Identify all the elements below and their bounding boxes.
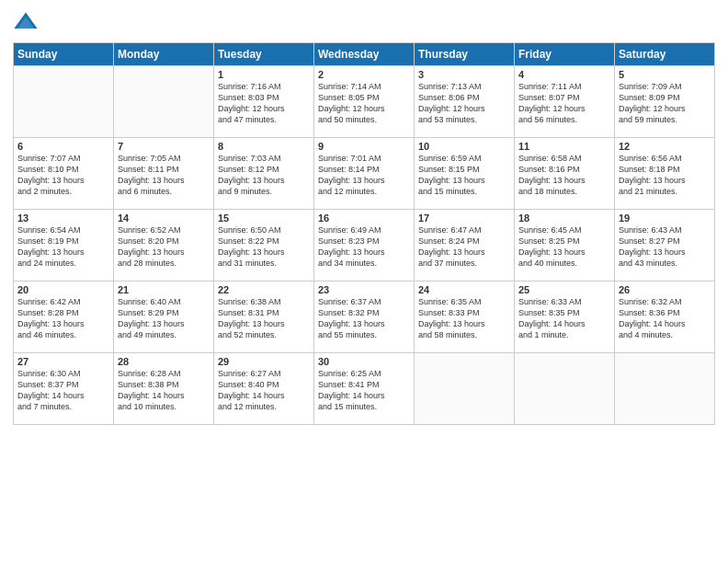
day-number: 18 [518, 213, 610, 224]
calendar-cell: 6Sunrise: 7:07 AM Sunset: 8:10 PM Daylig… [14, 138, 114, 210]
calendar-header-thursday: Thursday [415, 43, 515, 66]
calendar-header-friday: Friday [515, 43, 615, 66]
day-number: 14 [118, 213, 210, 224]
calendar-week-5: 27Sunrise: 6:30 AM Sunset: 8:37 PM Dayli… [14, 353, 715, 425]
day-number: 2 [318, 69, 410, 80]
calendar-cell: 7Sunrise: 7:05 AM Sunset: 8:11 PM Daylig… [114, 138, 214, 210]
calendar-cell: 22Sunrise: 6:38 AM Sunset: 8:31 PM Dayli… [214, 282, 314, 353]
day-info: Sunrise: 7:07 AM Sunset: 8:10 PM Dayligh… [17, 153, 109, 198]
day-info: Sunrise: 6:37 AM Sunset: 8:32 PM Dayligh… [318, 296, 410, 341]
day-number: 9 [318, 141, 410, 152]
calendar-week-1: 1Sunrise: 7:16 AM Sunset: 8:03 PM Daylig… [14, 66, 715, 138]
calendar-cell: 21Sunrise: 6:40 AM Sunset: 8:29 PM Dayli… [114, 282, 214, 353]
day-info: Sunrise: 6:58 AM Sunset: 8:16 PM Dayligh… [518, 153, 610, 198]
day-info: Sunrise: 6:30 AM Sunset: 8:37 PM Dayligh… [17, 368, 109, 413]
day-info: Sunrise: 6:38 AM Sunset: 8:31 PM Dayligh… [218, 296, 310, 341]
day-number: 8 [218, 141, 310, 152]
day-number: 16 [318, 213, 410, 224]
calendar-cell [515, 353, 615, 425]
day-info: Sunrise: 7:03 AM Sunset: 8:12 PM Dayligh… [218, 153, 310, 198]
calendar-cell: 19Sunrise: 6:43 AM Sunset: 8:27 PM Dayli… [615, 210, 715, 282]
calendar-cell: 4Sunrise: 7:11 AM Sunset: 8:07 PM Daylig… [515, 66, 615, 138]
day-info: Sunrise: 7:13 AM Sunset: 8:06 PM Dayligh… [418, 81, 510, 126]
day-number: 27 [17, 356, 109, 367]
day-number: 17 [418, 213, 510, 224]
day-info: Sunrise: 6:54 AM Sunset: 8:19 PM Dayligh… [17, 224, 109, 270]
day-number: 13 [17, 213, 109, 224]
calendar-cell: 14Sunrise: 6:52 AM Sunset: 8:20 PM Dayli… [114, 210, 214, 282]
logo [13, 9, 40, 35]
calendar-header-row: SundayMondayTuesdayWednesdayThursdayFrid… [14, 43, 715, 66]
day-info: Sunrise: 6:40 AM Sunset: 8:29 PM Dayligh… [118, 296, 210, 341]
day-info: Sunrise: 6:59 AM Sunset: 8:15 PM Dayligh… [418, 153, 510, 198]
day-number: 6 [17, 141, 109, 152]
day-number: 23 [318, 284, 410, 295]
calendar-header-saturday: Saturday [615, 43, 715, 66]
calendar-header-sunday: Sunday [14, 43, 114, 66]
calendar-cell: 30Sunrise: 6:25 AM Sunset: 8:41 PM Dayli… [314, 353, 415, 425]
calendar-header-monday: Monday [114, 43, 214, 66]
calendar-cell: 9Sunrise: 7:01 AM Sunset: 8:14 PM Daylig… [314, 138, 415, 210]
calendar-cell: 15Sunrise: 6:50 AM Sunset: 8:22 PM Dayli… [214, 210, 314, 282]
day-number: 4 [518, 69, 610, 80]
calendar-cell [14, 66, 114, 138]
day-info: Sunrise: 7:14 AM Sunset: 8:05 PM Dayligh… [318, 81, 410, 126]
day-number: 5 [619, 69, 711, 80]
calendar-week-3: 13Sunrise: 6:54 AM Sunset: 8:19 PM Dayli… [14, 210, 715, 282]
day-number: 10 [418, 141, 510, 152]
calendar-cell: 27Sunrise: 6:30 AM Sunset: 8:37 PM Dayli… [14, 353, 114, 425]
day-info: Sunrise: 6:35 AM Sunset: 8:33 PM Dayligh… [418, 296, 510, 341]
calendar-cell [615, 353, 715, 425]
calendar-table: SundayMondayTuesdayWednesdayThursdayFrid… [13, 42, 715, 425]
calendar-cell: 18Sunrise: 6:45 AM Sunset: 8:25 PM Dayli… [515, 210, 615, 282]
calendar-cell [415, 353, 515, 425]
day-number: 15 [218, 213, 310, 224]
calendar-cell [114, 66, 214, 138]
day-info: Sunrise: 6:47 AM Sunset: 8:24 PM Dayligh… [418, 224, 510, 270]
day-info: Sunrise: 6:27 AM Sunset: 8:40 PM Dayligh… [218, 368, 310, 413]
calendar-cell: 16Sunrise: 6:49 AM Sunset: 8:23 PM Dayli… [314, 210, 415, 282]
day-info: Sunrise: 6:52 AM Sunset: 8:20 PM Dayligh… [118, 224, 210, 270]
day-info: Sunrise: 6:49 AM Sunset: 8:23 PM Dayligh… [318, 224, 410, 270]
calendar-header-wednesday: Wednesday [314, 43, 415, 66]
day-info: Sunrise: 6:50 AM Sunset: 8:22 PM Dayligh… [218, 224, 310, 270]
day-info: Sunrise: 7:11 AM Sunset: 8:07 PM Dayligh… [518, 81, 610, 126]
day-number: 24 [418, 284, 510, 295]
calendar-cell: 28Sunrise: 6:28 AM Sunset: 8:38 PM Dayli… [114, 353, 214, 425]
calendar-cell: 12Sunrise: 6:56 AM Sunset: 8:18 PM Dayli… [615, 138, 715, 210]
day-info: Sunrise: 7:09 AM Sunset: 8:09 PM Dayligh… [619, 81, 711, 126]
day-info: Sunrise: 7:16 AM Sunset: 8:03 PM Dayligh… [218, 81, 310, 126]
day-number: 25 [518, 284, 610, 295]
calendar-cell: 25Sunrise: 6:33 AM Sunset: 8:35 PM Dayli… [515, 282, 615, 353]
page-container: SundayMondayTuesdayWednesdayThursdayFrid… [0, 0, 728, 563]
day-info: Sunrise: 6:33 AM Sunset: 8:35 PM Dayligh… [518, 296, 610, 341]
day-number: 7 [118, 141, 210, 152]
calendar-cell: 5Sunrise: 7:09 AM Sunset: 8:09 PM Daylig… [615, 66, 715, 138]
day-number: 21 [118, 284, 210, 295]
calendar-cell: 13Sunrise: 6:54 AM Sunset: 8:19 PM Dayli… [14, 210, 114, 282]
calendar-cell: 24Sunrise: 6:35 AM Sunset: 8:33 PM Dayli… [415, 282, 515, 353]
day-info: Sunrise: 7:05 AM Sunset: 8:11 PM Dayligh… [118, 153, 210, 198]
calendar-cell: 23Sunrise: 6:37 AM Sunset: 8:32 PM Dayli… [314, 282, 415, 353]
day-number: 11 [518, 141, 610, 152]
day-info: Sunrise: 6:45 AM Sunset: 8:25 PM Dayligh… [518, 224, 610, 270]
calendar-header-tuesday: Tuesday [214, 43, 314, 66]
day-number: 30 [318, 356, 410, 367]
day-info: Sunrise: 6:56 AM Sunset: 8:18 PM Dayligh… [619, 153, 711, 198]
day-info: Sunrise: 6:42 AM Sunset: 8:28 PM Dayligh… [17, 296, 109, 341]
calendar-week-2: 6Sunrise: 7:07 AM Sunset: 8:10 PM Daylig… [14, 138, 715, 210]
calendar-cell: 2Sunrise: 7:14 AM Sunset: 8:05 PM Daylig… [314, 66, 415, 138]
calendar-week-4: 20Sunrise: 6:42 AM Sunset: 8:28 PM Dayli… [14, 282, 715, 353]
calendar-cell: 8Sunrise: 7:03 AM Sunset: 8:12 PM Daylig… [214, 138, 314, 210]
day-number: 26 [619, 284, 711, 295]
day-info: Sunrise: 6:28 AM Sunset: 8:38 PM Dayligh… [118, 368, 210, 413]
calendar-cell: 1Sunrise: 7:16 AM Sunset: 8:03 PM Daylig… [214, 66, 314, 138]
calendar-cell: 20Sunrise: 6:42 AM Sunset: 8:28 PM Dayli… [14, 282, 114, 353]
calendar-cell: 17Sunrise: 6:47 AM Sunset: 8:24 PM Dayli… [415, 210, 515, 282]
day-info: Sunrise: 6:43 AM Sunset: 8:27 PM Dayligh… [619, 224, 711, 270]
day-info: Sunrise: 6:32 AM Sunset: 8:36 PM Dayligh… [619, 296, 711, 341]
day-number: 28 [118, 356, 210, 367]
calendar-cell: 29Sunrise: 6:27 AM Sunset: 8:40 PM Dayli… [214, 353, 314, 425]
calendar-cell: 11Sunrise: 6:58 AM Sunset: 8:16 PM Dayli… [515, 138, 615, 210]
header [13, 9, 715, 35]
